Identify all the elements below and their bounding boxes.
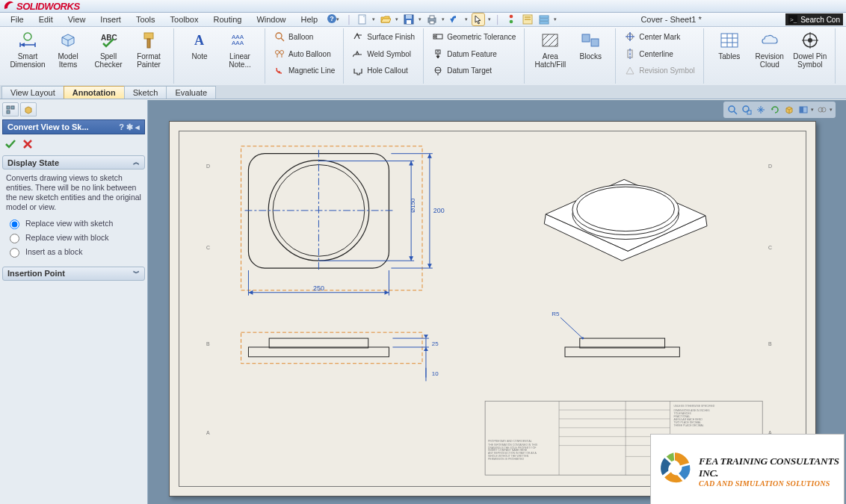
menu-routing[interactable]: Routing xyxy=(206,14,249,25)
pm-title: Convert View to Sk... xyxy=(7,122,89,131)
linear-note-button[interactable]: AAAAAALinear Note... xyxy=(220,28,260,70)
auto-balloon-button[interactable]: Auto Balloon xyxy=(271,46,339,63)
zoom-fit-icon[interactable] xyxy=(726,104,738,116)
radio-replace-sketch[interactable]: Replace view with sketch xyxy=(6,217,143,229)
svg-rect-49 xyxy=(11,106,14,109)
pm-ok-button[interactable] xyxy=(4,138,16,152)
display-style-icon[interactable] xyxy=(816,104,828,116)
feature-tree-tab[interactable] xyxy=(2,102,19,116)
balloon-button[interactable]: Balloon xyxy=(271,28,339,46)
3d-view-icon[interactable] xyxy=(783,104,795,116)
pm-pin-icon[interactable]: ✱ xyxy=(126,122,133,132)
pm-section-insertion-point[interactable]: Insertion Point︾ xyxy=(2,267,145,281)
svg-rect-48 xyxy=(7,106,10,109)
pan-icon[interactable] xyxy=(755,104,767,116)
menu-help[interactable]: Help xyxy=(294,14,326,25)
search-placeholder: Search Con xyxy=(800,16,840,24)
pm-help-icon[interactable]: ? xyxy=(119,122,124,132)
tables-button[interactable]: Tables xyxy=(709,28,750,62)
ribbon-group-weld: Surface Finish Weld Symbol Hole Callout xyxy=(345,28,424,84)
help-dropdown-icon[interactable]: ▾ xyxy=(336,16,339,22)
new-doc-button[interactable] xyxy=(356,13,368,25)
datum-feature-button[interactable]: ADatum Feature xyxy=(429,46,519,63)
search-terminal-icon: >_ xyxy=(788,15,797,24)
blocks-button[interactable]: Blocks xyxy=(570,28,611,62)
save-button[interactable] xyxy=(403,13,415,25)
pm-section-display-state[interactable]: Display State︽ xyxy=(2,155,145,169)
weld-symbol-button[interactable]: Weld Symbol xyxy=(349,46,419,63)
ribbon-group-datum: Geometric Tolerance ADatum Feature Datum… xyxy=(424,28,525,84)
revision-symbol-button[interactable]: Revision Symbol xyxy=(621,62,698,79)
svg-text:>_: >_ xyxy=(790,16,797,23)
magnetic-line-button[interactable]: Magnetic Line xyxy=(271,62,339,79)
radio-replace-block[interactable]: Replace view with block xyxy=(6,231,143,243)
rebuild-dropdown-icon[interactable]: ▾ xyxy=(554,16,557,22)
svg-rect-38 xyxy=(591,39,599,46)
menu-help-icon[interactable]: ? xyxy=(327,13,337,25)
menu-window[interactable]: Window xyxy=(249,14,293,25)
traffic-light-icon[interactable] xyxy=(505,13,517,25)
tab-evaluate[interactable]: Evaluate xyxy=(166,86,216,99)
surface-finish-button[interactable]: Surface Finish xyxy=(349,28,419,46)
menu-view[interactable]: View xyxy=(61,14,93,25)
svg-text:THREE PLACE DECIMAL: THREE PLACE DECIMAL xyxy=(673,424,703,427)
center-mark-button[interactable]: Center Mark xyxy=(621,28,698,46)
hole-callout-button[interactable]: Hole Callout xyxy=(349,62,419,79)
property-tab[interactable] xyxy=(20,102,37,116)
svg-text:Ø150: Ø150 xyxy=(410,198,416,213)
radio-insert-block[interactable]: Insert as a block xyxy=(6,246,143,258)
menu-file[interactable]: File xyxy=(3,14,31,25)
menu-edit[interactable]: Edit xyxy=(31,14,61,25)
menu-insert[interactable]: Insert xyxy=(93,14,129,25)
print-button[interactable] xyxy=(426,13,438,25)
area-hatch-button[interactable]: Area Hatch/Fill xyxy=(530,28,570,70)
svg-rect-4 xyxy=(406,15,412,19)
print-dropdown-icon[interactable]: ▾ xyxy=(442,16,445,22)
datum-target-button[interactable]: Datum Target xyxy=(429,62,519,79)
pm-title-bar: Convert View to Sk... ? ✱ ◂ xyxy=(2,119,145,134)
undo-dropdown-icon[interactable]: ▾ xyxy=(465,16,468,22)
ribbon-group-tables: Tables Revision Cloud Dowel Pin Symbol xyxy=(705,28,836,84)
pm-cancel-button[interactable] xyxy=(22,139,33,151)
geometric-tolerance-button[interactable]: Geometric Tolerance xyxy=(429,28,519,46)
revision-cloud-button[interactable]: Revision Cloud xyxy=(750,28,790,70)
undo-button[interactable] xyxy=(449,13,461,25)
save-dropdown-icon[interactable]: ▾ xyxy=(419,16,422,22)
rotate-icon[interactable] xyxy=(769,104,781,116)
command-tabs: View Layout Annotation Sketch Evaluate xyxy=(0,85,846,99)
new-dropdown-icon[interactable]: ▾ xyxy=(372,16,375,22)
rebuild-button[interactable] xyxy=(538,13,550,25)
search-box[interactable]: >_ Search Con xyxy=(785,13,843,25)
menu-tools[interactable]: Tools xyxy=(129,14,163,25)
pm-section-body: Converts drawing views to sketch entitie… xyxy=(6,173,143,260)
svg-rect-41 xyxy=(721,34,738,47)
open-dropdown-icon[interactable]: ▾ xyxy=(395,16,398,22)
zoom-area-icon[interactable] xyxy=(741,104,753,116)
open-button[interactable] xyxy=(380,13,392,25)
graphics-area[interactable]: ▾ ▾ 250 xyxy=(148,100,846,504)
ribbon: Smart Dimension Model Items ABCSpell Che… xyxy=(0,27,846,86)
format-painter-button[interactable]: Format Painter xyxy=(129,28,169,70)
property-manager-pane: Convert View to Sk... ? ✱ ◂ Display Stat… xyxy=(0,100,148,504)
options-button[interactable] xyxy=(522,13,534,25)
dowel-pin-button[interactable]: Dowel Pin Symbol xyxy=(790,28,830,70)
svg-text:ABC: ABC xyxy=(101,34,117,42)
svg-point-9 xyxy=(510,15,513,19)
tab-sketch[interactable]: Sketch xyxy=(124,86,167,99)
tab-view-layout[interactable]: View Layout xyxy=(1,86,64,99)
svg-rect-29 xyxy=(433,34,442,39)
spell-checker-button[interactable]: ABCSpell Checker xyxy=(88,28,129,70)
menu-toolbox[interactable]: Toolbox xyxy=(163,14,206,25)
model-items-button[interactable]: Model Items xyxy=(48,28,88,70)
section-view-icon[interactable] xyxy=(797,104,809,116)
svg-text:C: C xyxy=(206,245,210,250)
svg-rect-58 xyxy=(241,146,422,290)
pm-prev-icon[interactable]: ◂ xyxy=(135,122,140,132)
centerline-button[interactable]: Centerline xyxy=(621,46,698,63)
svg-rect-37 xyxy=(582,34,590,42)
select-dropdown-icon[interactable]: ▾ xyxy=(488,16,491,22)
note-button[interactable]: ANote xyxy=(179,28,220,62)
select-button[interactable] xyxy=(472,13,484,25)
tab-annotation[interactable]: Annotation xyxy=(64,86,125,99)
smart-dimension-button[interactable]: Smart Dimension xyxy=(7,28,48,70)
